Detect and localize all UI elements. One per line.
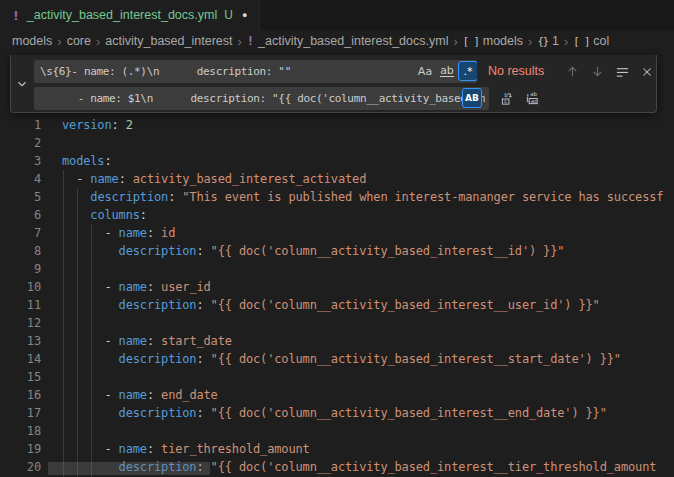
code-line[interactable]: 1version: 2 (0, 116, 674, 134)
code-text[interactable]: description: "{{ doc('column__activity_b… (41, 242, 564, 260)
code-token: - (62, 442, 119, 456)
line-number[interactable]: 7 (0, 224, 41, 242)
breadcrumb-item[interactable]: [ ]col (573, 34, 609, 48)
code-token: - (62, 334, 119, 348)
code-editor[interactable]: 1version: 223models:4 - name: activity_b… (0, 52, 674, 477)
tab-bar: ! _activity_based_interest_docs.yml U ● (0, 0, 674, 30)
code-lines: 1version: 223models:4 - name: activity_b… (0, 116, 674, 476)
regex-button[interactable]: .* (458, 61, 477, 81)
code-text[interactable]: columns: (41, 206, 147, 224)
code-line[interactable]: 17 description: "{{ doc('column__activit… (0, 404, 674, 422)
line-number[interactable]: 14 (0, 350, 41, 368)
find-in-selection-button[interactable] (611, 60, 633, 83)
line-number[interactable]: 9 (0, 260, 41, 278)
yaml-icon: ! (247, 34, 254, 48)
code-text[interactable] (41, 422, 62, 440)
code-text[interactable]: - name: user_id (41, 278, 211, 296)
code-text[interactable] (41, 260, 62, 278)
line-number[interactable]: 17 (0, 404, 41, 422)
line-number[interactable]: 1 (0, 116, 41, 134)
code-text[interactable]: - name: id (41, 224, 175, 242)
code-text[interactable]: version: 2 (41, 116, 133, 134)
next-match-button[interactable] (586, 60, 608, 83)
code-text[interactable]: description: "This event is published wh… (41, 188, 663, 206)
svg-text:ac: ac (530, 98, 537, 104)
line-number[interactable]: 5 (0, 188, 41, 206)
code-text[interactable]: - name: activity_based_interest_activate… (41, 170, 366, 188)
yaml-file-icon: ! (12, 8, 20, 23)
line-number[interactable]: 13 (0, 332, 41, 350)
unsaved-changes-icon[interactable]: ● (242, 10, 247, 20)
tab-filename: _activity_based_interest_docs.yml (27, 8, 217, 22)
code-line[interactable]: 19 - name: tier_threshold_amount (0, 440, 674, 458)
code-token: description (119, 244, 197, 258)
tab-activity-based-interest-docs[interactable]: ! _activity_based_interest_docs.yml U ● (0, 0, 260, 30)
replace-input[interactable]: - name: $1\n description: "{{ doc('colum… (34, 87, 489, 110)
code-token: "This event is published when interest-m… (182, 190, 663, 204)
code-line[interactable]: 4 - name: activity_based_interest_activa… (0, 170, 674, 188)
code-line[interactable]: 11 description: "{{ doc('column__activit… (0, 296, 674, 314)
code-text[interactable]: models: (41, 152, 112, 170)
code-text[interactable]: - name: tier_threshold_amount (41, 440, 310, 458)
close-find-widget-button[interactable] (636, 60, 658, 83)
replace-button[interactable]: b c (496, 87, 518, 110)
code-line[interactable]: 6 columns: (0, 206, 674, 224)
code-line[interactable]: 2 (0, 134, 674, 152)
preserve-case-button[interactable]: AB (462, 88, 482, 108)
code-text[interactable] (41, 314, 62, 332)
line-number[interactable]: 16 (0, 386, 41, 404)
array-icon: [ ] (463, 35, 479, 47)
toggle-replace-button[interactable] (11, 55, 33, 112)
code-line[interactable]: 13 - name: start_date (0, 332, 674, 350)
code-line[interactable]: 3models: (0, 152, 674, 170)
breadcrumb-item[interactable]: core (67, 34, 91, 48)
code-line[interactable]: 16 - name: end_date (0, 386, 674, 404)
breadcrumb-item[interactable]: models (12, 34, 52, 48)
breadcrumb-separator-icon: › (57, 34, 61, 49)
code-line[interactable]: 15 (0, 368, 674, 386)
code-line[interactable]: 8 description: "{{ doc('column__activity… (0, 242, 674, 260)
line-number[interactable]: 15 (0, 368, 41, 386)
code-line[interactable]: 18 (0, 422, 674, 440)
code-text[interactable]: description: "{{ doc('column__activity_b… (41, 404, 607, 422)
code-text[interactable] (41, 134, 62, 152)
previous-match-button[interactable] (561, 60, 583, 83)
code-text[interactable]: description: "{{ doc('column__activity_b… (41, 350, 621, 368)
code-line[interactable]: 5 description: "This event is published … (0, 188, 674, 206)
breadcrumb-label: _activity_based_interest_docs.yml (258, 34, 448, 48)
code-text[interactable]: - name: start_date (41, 332, 232, 350)
breadcrumb-item[interactable]: [ ]models (463, 34, 523, 48)
code-line[interactable]: 7 - name: id (0, 224, 674, 242)
svg-text:c: c (503, 98, 506, 104)
replace-icon: b c (500, 91, 515, 106)
code-text[interactable]: description: "{{ doc('column__activity_b… (41, 296, 600, 314)
horizontal-scrollbar[interactable] (48, 462, 210, 475)
code-line[interactable]: 10 - name: user_id (0, 278, 674, 296)
code-token (62, 406, 119, 420)
code-token: "{{ doc('column__activity_based_interest… (211, 460, 657, 474)
breadcrumb-item[interactable]: activity_based_interest (105, 34, 232, 48)
line-number[interactable]: 4 (0, 170, 41, 188)
code-text[interactable]: - name: end_date (41, 386, 218, 404)
code-line[interactable]: 9 (0, 260, 674, 278)
line-number[interactable]: 19 (0, 440, 41, 458)
line-number[interactable]: 3 (0, 152, 41, 170)
line-number[interactable]: 18 (0, 422, 41, 440)
line-number[interactable]: 6 (0, 206, 41, 224)
line-number[interactable]: 12 (0, 314, 41, 332)
breadcrumb-item[interactable]: !_activity_based_interest_docs.yml (247, 34, 449, 48)
find-input[interactable]: \s{6}- name: (.*)\n description: "" Aa a… (34, 60, 477, 83)
svg-text:ab: ab (530, 91, 537, 97)
breadcrumb-item[interactable]: {}1 (537, 34, 559, 48)
line-number[interactable]: 8 (0, 242, 41, 260)
code-line[interactable]: 12 (0, 314, 674, 332)
code-line[interactable]: 14 description: "{{ doc('column__activit… (0, 350, 674, 368)
replace-all-button[interactable]: ab ac (521, 87, 543, 110)
line-number[interactable]: 10 (0, 278, 41, 296)
match-case-button[interactable]: Aa (415, 61, 435, 81)
line-number[interactable]: 20 (0, 458, 41, 476)
line-number[interactable]: 11 (0, 296, 41, 314)
whole-word-button[interactable]: ab (437, 61, 457, 81)
code-text[interactable] (41, 368, 62, 386)
line-number[interactable]: 2 (0, 134, 41, 152)
